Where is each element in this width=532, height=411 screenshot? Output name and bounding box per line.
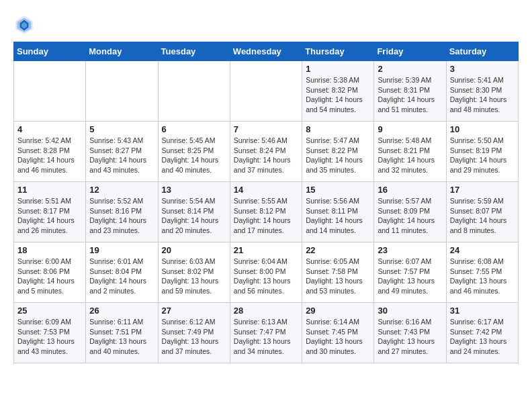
header-cell-sunday: Sunday <box>14 42 86 61</box>
day-number: 9 <box>378 124 442 134</box>
day-number: 18 <box>17 245 82 255</box>
day-info: Sunrise: 6:09 AM Sunset: 7:53 PM Dayligh… <box>17 317 82 357</box>
day-cell: 4Sunrise: 5:42 AM Sunset: 8:28 PM Daylig… <box>14 122 86 182</box>
day-number: 13 <box>162 185 226 195</box>
day-number: 17 <box>450 185 515 195</box>
day-number: 19 <box>89 245 154 255</box>
day-info: Sunrise: 6:14 AM Sunset: 7:45 PM Dayligh… <box>306 317 370 357</box>
header-cell-monday: Monday <box>86 42 158 61</box>
header-cell-thursday: Thursday <box>302 42 374 61</box>
day-info: Sunrise: 5:57 AM Sunset: 8:09 PM Dayligh… <box>378 196 442 236</box>
day-cell: 12Sunrise: 5:52 AM Sunset: 8:16 PM Dayli… <box>86 182 158 242</box>
day-number: 30 <box>378 306 442 316</box>
day-number: 2 <box>378 64 442 74</box>
week-row-4: 18Sunrise: 6:00 AM Sunset: 8:06 PM Dayli… <box>14 242 519 303</box>
day-cell: 7Sunrise: 5:46 AM Sunset: 8:24 PM Daylig… <box>230 122 302 182</box>
header-cell-saturday: Saturday <box>446 42 518 61</box>
day-cell: 10Sunrise: 5:50 AM Sunset: 8:19 PM Dayli… <box>446 122 518 182</box>
day-cell: 6Sunrise: 5:45 AM Sunset: 8:25 PM Daylig… <box>158 122 230 182</box>
day-number: 10 <box>450 124 515 134</box>
day-info: Sunrise: 6:04 AM Sunset: 8:00 PM Dayligh… <box>234 257 298 296</box>
day-cell: 30Sunrise: 6:16 AM Sunset: 7:43 PM Dayli… <box>374 303 446 363</box>
calendar-header-row: SundayMondayTuesdayWednesdayThursdayFrid… <box>14 42 519 61</box>
week-row-3: 11Sunrise: 5:51 AM Sunset: 8:17 PM Dayli… <box>14 182 519 242</box>
day-number: 6 <box>162 124 226 134</box>
day-info: Sunrise: 5:56 AM Sunset: 8:11 PM Dayligh… <box>306 196 370 236</box>
day-info: Sunrise: 5:45 AM Sunset: 8:25 PM Dayligh… <box>162 136 226 175</box>
day-cell: 8Sunrise: 5:47 AM Sunset: 8:22 PM Daylig… <box>302 122 374 182</box>
day-cell: 19Sunrise: 6:01 AM Sunset: 8:04 PM Dayli… <box>86 242 158 303</box>
week-row-5: 25Sunrise: 6:09 AM Sunset: 7:53 PM Dayli… <box>14 303 519 363</box>
week-row-1: 1Sunrise: 5:38 AM Sunset: 8:32 PM Daylig… <box>14 61 519 122</box>
day-cell: 24Sunrise: 6:08 AM Sunset: 7:55 PM Dayli… <box>446 242 518 303</box>
day-info: Sunrise: 5:46 AM Sunset: 8:24 PM Dayligh… <box>234 136 298 175</box>
page-header <box>13 13 519 35</box>
day-info: Sunrise: 5:50 AM Sunset: 8:19 PM Dayligh… <box>450 136 515 175</box>
day-number: 29 <box>306 306 370 316</box>
day-cell: 21Sunrise: 6:04 AM Sunset: 8:00 PM Dayli… <box>230 242 302 303</box>
day-info: Sunrise: 6:13 AM Sunset: 7:47 PM Dayligh… <box>234 317 298 357</box>
day-info: Sunrise: 5:43 AM Sunset: 8:27 PM Dayligh… <box>89 136 154 175</box>
calendar-table: SundayMondayTuesdayWednesdayThursdayFrid… <box>13 42 519 363</box>
day-info: Sunrise: 6:16 AM Sunset: 7:43 PM Dayligh… <box>378 317 442 357</box>
day-info: Sunrise: 6:12 AM Sunset: 7:49 PM Dayligh… <box>162 317 226 357</box>
logo <box>13 13 38 35</box>
header-cell-wednesday: Wednesday <box>230 42 302 61</box>
day-info: Sunrise: 5:41 AM Sunset: 8:30 PM Dayligh… <box>450 75 515 115</box>
day-number: 31 <box>450 306 515 316</box>
day-cell: 22Sunrise: 6:05 AM Sunset: 7:58 PM Dayli… <box>302 242 374 303</box>
day-cell: 11Sunrise: 5:51 AM Sunset: 8:17 PM Dayli… <box>14 182 86 242</box>
day-number: 5 <box>89 124 154 134</box>
day-cell: 28Sunrise: 6:13 AM Sunset: 7:47 PM Dayli… <box>230 303 302 363</box>
day-cell: 1Sunrise: 5:38 AM Sunset: 8:32 PM Daylig… <box>302 61 374 122</box>
day-info: Sunrise: 6:01 AM Sunset: 8:04 PM Dayligh… <box>89 257 154 296</box>
day-cell <box>158 61 230 122</box>
day-info: Sunrise: 6:03 AM Sunset: 8:02 PM Dayligh… <box>162 257 226 296</box>
day-number: 27 <box>162 306 226 316</box>
day-cell: 27Sunrise: 6:12 AM Sunset: 7:49 PM Dayli… <box>158 303 230 363</box>
day-info: Sunrise: 5:42 AM Sunset: 8:28 PM Dayligh… <box>17 136 82 175</box>
day-cell: 18Sunrise: 6:00 AM Sunset: 8:06 PM Dayli… <box>14 242 86 303</box>
day-number: 1 <box>306 64 370 74</box>
day-cell: 3Sunrise: 5:41 AM Sunset: 8:30 PM Daylig… <box>446 61 518 122</box>
day-number: 11 <box>17 185 82 195</box>
day-info: Sunrise: 6:08 AM Sunset: 7:55 PM Dayligh… <box>450 257 515 296</box>
header-cell-friday: Friday <box>374 42 446 61</box>
day-cell: 31Sunrise: 6:17 AM Sunset: 7:42 PM Dayli… <box>446 303 518 363</box>
day-cell: 29Sunrise: 6:14 AM Sunset: 7:45 PM Dayli… <box>302 303 374 363</box>
day-cell: 25Sunrise: 6:09 AM Sunset: 7:53 PM Dayli… <box>14 303 86 363</box>
day-number: 25 <box>17 306 82 316</box>
day-number: 21 <box>234 245 298 255</box>
day-info: Sunrise: 6:00 AM Sunset: 8:06 PM Dayligh… <box>17 257 82 296</box>
day-cell: 9Sunrise: 5:48 AM Sunset: 8:21 PM Daylig… <box>374 122 446 182</box>
day-number: 8 <box>306 124 370 134</box>
day-number: 20 <box>162 245 226 255</box>
day-cell: 2Sunrise: 5:39 AM Sunset: 8:31 PM Daylig… <box>374 61 446 122</box>
day-cell: 16Sunrise: 5:57 AM Sunset: 8:09 PM Dayli… <box>374 182 446 242</box>
day-number: 23 <box>378 245 442 255</box>
day-cell: 15Sunrise: 5:56 AM Sunset: 8:11 PM Dayli… <box>302 182 374 242</box>
day-info: Sunrise: 5:54 AM Sunset: 8:14 PM Dayligh… <box>162 196 226 236</box>
day-info: Sunrise: 6:05 AM Sunset: 7:58 PM Dayligh… <box>306 257 370 296</box>
day-info: Sunrise: 5:38 AM Sunset: 8:32 PM Dayligh… <box>306 75 370 115</box>
week-row-2: 4Sunrise: 5:42 AM Sunset: 8:28 PM Daylig… <box>14 122 519 182</box>
day-cell <box>14 61 86 122</box>
day-number: 14 <box>234 185 298 195</box>
day-number: 16 <box>378 185 442 195</box>
day-info: Sunrise: 6:07 AM Sunset: 7:57 PM Dayligh… <box>378 257 442 296</box>
day-info: Sunrise: 5:47 AM Sunset: 8:22 PM Dayligh… <box>306 136 370 175</box>
day-number: 12 <box>89 185 154 195</box>
logo-icon <box>13 13 35 35</box>
header-cell-tuesday: Tuesday <box>158 42 230 61</box>
day-cell: 14Sunrise: 5:55 AM Sunset: 8:12 PM Dayli… <box>230 182 302 242</box>
day-cell: 17Sunrise: 5:59 AM Sunset: 8:07 PM Dayli… <box>446 182 518 242</box>
day-number: 26 <box>89 306 154 316</box>
day-number: 28 <box>234 306 298 316</box>
day-cell: 5Sunrise: 5:43 AM Sunset: 8:27 PM Daylig… <box>86 122 158 182</box>
day-cell: 23Sunrise: 6:07 AM Sunset: 7:57 PM Dayli… <box>374 242 446 303</box>
day-cell <box>86 61 158 122</box>
day-number: 22 <box>306 245 370 255</box>
day-cell: 13Sunrise: 5:54 AM Sunset: 8:14 PM Dayli… <box>158 182 230 242</box>
day-number: 7 <box>234 124 298 134</box>
day-number: 4 <box>17 124 82 134</box>
